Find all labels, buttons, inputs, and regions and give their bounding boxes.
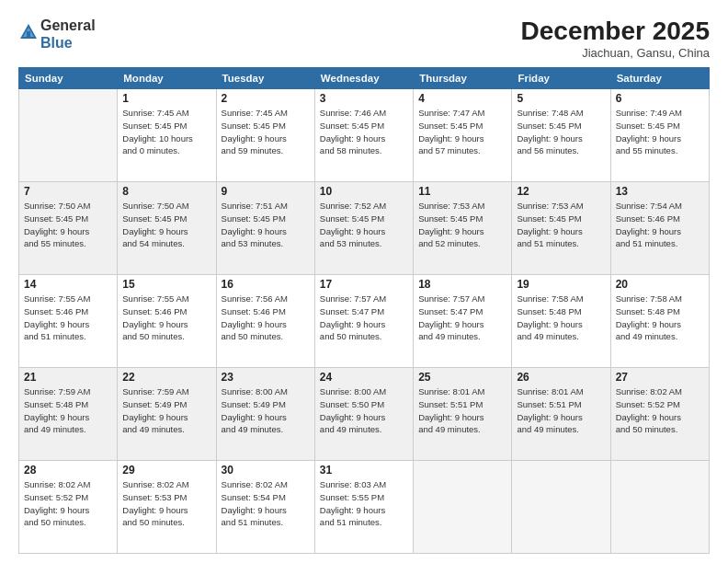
- calendar-cell: 23Sunrise: 8:00 AMSunset: 5:49 PMDayligh…: [216, 368, 314, 461]
- calendar-cell: 22Sunrise: 7:59 AMSunset: 5:49 PMDayligh…: [118, 368, 216, 461]
- day-info: Sunrise: 7:59 AMSunset: 5:48 PMDaylight:…: [24, 385, 112, 436]
- calendar-table: SundayMondayTuesdayWednesdayThursdayFrid…: [18, 67, 710, 554]
- day-number: 23: [222, 371, 310, 384]
- calendar-cell: 14Sunrise: 7:55 AMSunset: 5:46 PMDayligh…: [19, 275, 118, 368]
- header: General Blue December 2025 Jiachuan, Gan…: [18, 17, 710, 60]
- day-number: 5: [517, 92, 605, 105]
- day-info: Sunrise: 7:55 AMSunset: 5:46 PMDaylight:…: [122, 293, 210, 343]
- calendar-week-row: 7Sunrise: 7:50 AMSunset: 5:45 PMDaylight…: [19, 182, 710, 275]
- day-info: Sunrise: 8:00 AMSunset: 5:50 PMDaylight:…: [320, 385, 408, 436]
- day-info: Sunrise: 8:02 AMSunset: 5:52 PMDaylight:…: [616, 385, 704, 436]
- day-info: Sunrise: 7:51 AMSunset: 5:45 PMDaylight:…: [222, 200, 310, 250]
- calendar-cell: [610, 461, 709, 554]
- calendar-week-row: 21Sunrise: 7:59 AMSunset: 5:48 PMDayligh…: [19, 368, 710, 461]
- day-of-week-monday: Monday: [118, 68, 216, 89]
- calendar-cell: 5Sunrise: 7:48 AMSunset: 5:45 PMDaylight…: [512, 89, 610, 182]
- day-number: 7: [24, 185, 112, 198]
- day-number: 24: [320, 371, 408, 384]
- day-info: Sunrise: 7:57 AMSunset: 5:47 PMDaylight:…: [320, 293, 408, 343]
- calendar-cell: 1Sunrise: 7:45 AMSunset: 5:45 PMDaylight…: [118, 89, 216, 182]
- calendar-cell: 8Sunrise: 7:50 AMSunset: 5:45 PMDaylight…: [118, 182, 216, 275]
- day-number: 22: [122, 371, 210, 384]
- calendar-week-row: 28Sunrise: 8:02 AMSunset: 5:52 PMDayligh…: [19, 461, 710, 554]
- calendar-cell: 20Sunrise: 7:58 AMSunset: 5:48 PMDayligh…: [610, 275, 709, 368]
- day-number: 3: [320, 92, 408, 105]
- calendar-cell: 24Sunrise: 8:00 AMSunset: 5:50 PMDayligh…: [314, 368, 413, 461]
- calendar-cell: 29Sunrise: 8:02 AMSunset: 5:53 PMDayligh…: [118, 461, 216, 554]
- day-info: Sunrise: 7:49 AMSunset: 5:45 PMDaylight:…: [616, 107, 704, 157]
- day-number: 29: [122, 464, 210, 477]
- day-of-week-friday: Friday: [512, 68, 610, 89]
- calendar-cell: 11Sunrise: 7:53 AMSunset: 5:45 PMDayligh…: [414, 182, 512, 275]
- day-info: Sunrise: 7:55 AMSunset: 5:46 PMDaylight:…: [24, 293, 112, 343]
- month-title: December 2025: [521, 17, 710, 46]
- day-of-week-tuesday: Tuesday: [216, 68, 314, 89]
- calendar-cell: 26Sunrise: 8:01 AMSunset: 5:51 PMDayligh…: [512, 368, 610, 461]
- day-number: 1: [122, 92, 210, 105]
- day-info: Sunrise: 7:50 AMSunset: 5:45 PMDaylight:…: [122, 200, 210, 250]
- calendar-cell: 13Sunrise: 7:54 AMSunset: 5:46 PMDayligh…: [610, 182, 709, 275]
- calendar-week-row: 14Sunrise: 7:55 AMSunset: 5:46 PMDayligh…: [19, 275, 710, 368]
- calendar-cell: 15Sunrise: 7:55 AMSunset: 5:46 PMDayligh…: [118, 275, 216, 368]
- day-info: Sunrise: 7:56 AMSunset: 5:46 PMDaylight:…: [222, 293, 310, 343]
- calendar-cell: 9Sunrise: 7:51 AMSunset: 5:45 PMDaylight…: [216, 182, 314, 275]
- calendar-cell: [512, 461, 610, 554]
- day-info: Sunrise: 7:52 AMSunset: 5:45 PMDaylight:…: [320, 200, 408, 250]
- day-number: 15: [122, 278, 210, 291]
- day-info: Sunrise: 8:02 AMSunset: 5:54 PMDaylight:…: [222, 478, 310, 529]
- calendar-cell: 21Sunrise: 7:59 AMSunset: 5:48 PMDayligh…: [19, 368, 118, 461]
- day-number: 4: [418, 92, 506, 105]
- calendar-cell: 2Sunrise: 7:45 AMSunset: 5:45 PMDaylight…: [216, 89, 314, 182]
- day-number: 26: [517, 371, 605, 384]
- day-of-week-saturday: Saturday: [610, 68, 709, 89]
- logo-icon: [18, 22, 39, 42]
- calendar-cell: [19, 89, 118, 182]
- calendar-cell: 3Sunrise: 7:46 AMSunset: 5:45 PMDaylight…: [314, 89, 413, 182]
- day-number: 27: [616, 371, 704, 384]
- day-number: 18: [418, 278, 506, 291]
- calendar-header-row: SundayMondayTuesdayWednesdayThursdayFrid…: [19, 68, 710, 89]
- day-info: Sunrise: 7:58 AMSunset: 5:48 PMDaylight:…: [616, 293, 704, 343]
- day-number: 14: [24, 278, 112, 291]
- calendar-cell: 6Sunrise: 7:49 AMSunset: 5:45 PMDaylight…: [610, 89, 709, 182]
- calendar-cell: [414, 461, 512, 554]
- day-info: Sunrise: 7:50 AMSunset: 5:45 PMDaylight:…: [24, 200, 112, 250]
- calendar-cell: 10Sunrise: 7:52 AMSunset: 5:45 PMDayligh…: [314, 182, 413, 275]
- calendar-cell: 17Sunrise: 7:57 AMSunset: 5:47 PMDayligh…: [314, 275, 413, 368]
- day-of-week-sunday: Sunday: [19, 68, 118, 89]
- day-number: 31: [320, 464, 408, 477]
- day-info: Sunrise: 7:45 AMSunset: 5:45 PMDaylight:…: [222, 107, 310, 157]
- day-number: 17: [320, 278, 408, 291]
- day-info: Sunrise: 7:48 AMSunset: 5:45 PMDaylight:…: [517, 107, 605, 157]
- day-info: Sunrise: 8:01 AMSunset: 5:51 PMDaylight:…: [418, 385, 506, 436]
- calendar-cell: 30Sunrise: 8:02 AMSunset: 5:54 PMDayligh…: [216, 461, 314, 554]
- day-number: 30: [222, 464, 310, 477]
- day-number: 19: [517, 278, 605, 291]
- location: Jiachuan, Gansu, China: [521, 46, 710, 60]
- calendar-cell: 16Sunrise: 7:56 AMSunset: 5:46 PMDayligh…: [216, 275, 314, 368]
- day-info: Sunrise: 8:02 AMSunset: 5:53 PMDaylight:…: [122, 478, 210, 529]
- logo: General Blue: [18, 17, 96, 52]
- day-info: Sunrise: 7:45 AMSunset: 5:45 PMDaylight:…: [122, 107, 210, 157]
- calendar-cell: 18Sunrise: 7:57 AMSunset: 5:47 PMDayligh…: [414, 275, 512, 368]
- day-info: Sunrise: 7:53 AMSunset: 5:45 PMDaylight:…: [517, 200, 605, 250]
- day-of-week-thursday: Thursday: [414, 68, 512, 89]
- svg-rect-2: [27, 31, 30, 39]
- calendar-cell: 7Sunrise: 7:50 AMSunset: 5:45 PMDaylight…: [19, 182, 118, 275]
- day-info: Sunrise: 7:57 AMSunset: 5:47 PMDaylight:…: [418, 293, 506, 343]
- day-info: Sunrise: 8:02 AMSunset: 5:52 PMDaylight:…: [24, 478, 112, 529]
- logo-text: General Blue: [40, 17, 96, 52]
- day-info: Sunrise: 7:47 AMSunset: 5:45 PMDaylight:…: [418, 107, 506, 157]
- calendar-week-row: 1Sunrise: 7:45 AMSunset: 5:45 PMDaylight…: [19, 89, 710, 182]
- calendar-cell: 27Sunrise: 8:02 AMSunset: 5:52 PMDayligh…: [610, 368, 709, 461]
- day-number: 8: [122, 185, 210, 198]
- day-number: 25: [418, 371, 506, 384]
- day-number: 9: [222, 185, 310, 198]
- day-number: 20: [616, 278, 704, 291]
- calendar-cell: 31Sunrise: 8:03 AMSunset: 5:55 PMDayligh…: [314, 461, 413, 554]
- day-number: 12: [517, 185, 605, 198]
- day-info: Sunrise: 7:53 AMSunset: 5:45 PMDaylight:…: [418, 200, 506, 250]
- calendar-cell: 12Sunrise: 7:53 AMSunset: 5:45 PMDayligh…: [512, 182, 610, 275]
- day-info: Sunrise: 7:46 AMSunset: 5:45 PMDaylight:…: [320, 107, 408, 157]
- day-info: Sunrise: 8:00 AMSunset: 5:49 PMDaylight:…: [222, 385, 310, 436]
